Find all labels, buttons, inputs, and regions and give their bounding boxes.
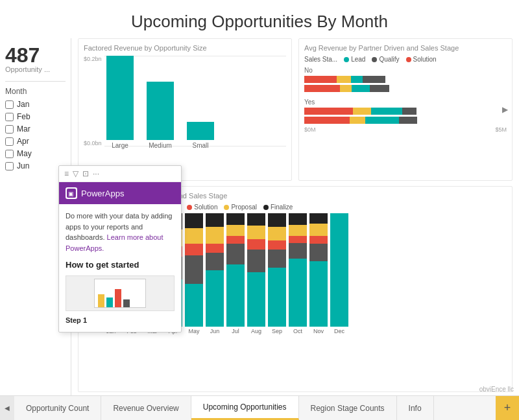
month-x-label: Jun <box>206 328 224 334</box>
stacked-segment <box>289 259 307 327</box>
legend-dot-qualify <box>372 57 377 62</box>
tab-prev-btn[interactable]: ◀ <box>0 396 14 420</box>
stacked-segment <box>289 213 307 225</box>
bar-column: Large <box>106 56 134 149</box>
bar-rect <box>147 82 174 140</box>
powerapps-icon: ▣ <box>66 187 77 199</box>
month-checkbox[interactable] <box>5 125 14 134</box>
powerapps-body: Do more with your data by adding apps to… <box>59 204 181 332</box>
bar-segment <box>402 108 416 115</box>
month-item: Apr <box>5 137 66 146</box>
stacked-segment <box>268 250 286 268</box>
bar-label: Small <box>192 142 208 149</box>
filter-icon[interactable]: ▽ <box>73 169 78 178</box>
stacked-bar-column <box>185 213 203 327</box>
factored-revenue-chart: Factored Revenue by Opportunity Size $0.… <box>78 38 292 181</box>
month-x-label: Oct <box>289 328 307 334</box>
bar-rect <box>106 56 134 140</box>
bar-column: Small <box>187 122 214 149</box>
how-to-title: How to get started <box>66 259 175 272</box>
yes-label: Yes <box>304 99 507 106</box>
thumb-bar3 <box>115 289 121 307</box>
frame-icon[interactable]: ⊡ <box>82 169 89 178</box>
legend-dot <box>263 205 269 210</box>
popup-toolbar: ≡ ▽ ⊡ ··· <box>59 166 181 182</box>
more-icon[interactable]: ··· <box>93 169 99 178</box>
bar-segment <box>304 76 337 83</box>
tab-item[interactable]: Region Stage Counts <box>299 396 397 420</box>
bar-segment <box>365 117 399 124</box>
factored-revenue-title: Factored Revenue by Opportunity Size <box>84 44 286 52</box>
stacked-segment <box>206 244 224 253</box>
stacked-segment <box>247 239 265 250</box>
stacked-segment <box>247 226 265 239</box>
month-label: Jan <box>17 100 29 109</box>
tab-item[interactable]: Opportunity Count <box>14 396 101 420</box>
stacked-bar-column <box>289 213 307 327</box>
stacked-segment <box>185 244 203 255</box>
month-x-label: May <box>185 328 203 334</box>
legend-dot-lead <box>344 57 349 62</box>
stacked-segment <box>330 213 348 327</box>
month-checkbox[interactable] <box>5 137 14 146</box>
legend-dot <box>187 205 192 210</box>
tabs-container: Opportunity CountRevenue OverviewUpcomin… <box>14 396 434 420</box>
month-label: Apr <box>17 137 29 146</box>
month-label: Mar <box>17 124 30 134</box>
tab-item[interactable]: Revenue Overview <box>101 396 191 420</box>
tab-item[interactable]: Info <box>397 396 434 420</box>
thumb-bar2 <box>106 298 113 307</box>
stacked-bar-column <box>226 213 245 327</box>
month-x-label: Dec <box>330 328 348 334</box>
tab-add-btn[interactable]: + <box>496 396 519 420</box>
stacked-segment <box>289 236 307 243</box>
chart-arrow-icon[interactable]: ▶ <box>502 105 508 114</box>
legend-lead: Lead <box>344 56 365 63</box>
stacked-segment <box>309 224 328 236</box>
stacked-segment <box>309 236 328 244</box>
bar-segment <box>304 117 350 124</box>
no-group: No <box>304 67 507 92</box>
powerapps-popup: ≡ ▽ ⊡ ··· ▣ PowerApps Do more with your … <box>58 165 182 332</box>
month-x-label: Nov <box>309 328 328 334</box>
bar-segment <box>304 108 353 115</box>
stacked-segment <box>206 253 224 270</box>
x-axis-labels: $0M $5M <box>304 126 507 133</box>
revenue-bars: LargeMediumSmall <box>84 58 286 149</box>
bar-segment <box>350 117 365 124</box>
bar-segment <box>353 108 371 115</box>
stacked-segment <box>226 244 245 264</box>
bar-segment <box>370 85 389 92</box>
no-label: No <box>304 67 507 74</box>
top-charts-row: Factored Revenue by Opportunity Size $0.… <box>78 38 513 181</box>
month-checkbox[interactable] <box>5 150 14 158</box>
bar-column: Medium <box>147 82 174 149</box>
opportunity-label: Opportunity ... <box>5 65 66 73</box>
step-label: Step 1 <box>66 315 175 326</box>
menu-icon[interactable]: ≡ <box>64 169 69 178</box>
stacked-segment <box>268 268 286 327</box>
no-bar-2 <box>304 85 507 92</box>
stacked-segment <box>226 236 245 244</box>
legend-qualify: Qualify <box>372 56 399 63</box>
month-checkbox[interactable] <box>5 113 14 121</box>
month-checkbox[interactable] <box>5 162 14 170</box>
bar-segment <box>371 108 402 115</box>
stacked-segment <box>247 213 265 226</box>
stacked-segment <box>226 213 245 225</box>
page-title: Upcoming Opportunities By Month <box>0 0 519 38</box>
tab-item[interactable]: Upcoming Opportunities <box>191 396 299 420</box>
month-checkbox[interactable] <box>5 100 14 109</box>
avg-revenue-title: Avg Revenue by Partner Driven and Sales … <box>304 44 507 52</box>
month-label: May <box>17 149 32 158</box>
stacked-segment <box>185 255 203 284</box>
bar-segment <box>337 76 351 83</box>
stacked-bar-column <box>309 213 328 327</box>
bar-segment <box>363 76 385 83</box>
stacked-segment <box>309 261 328 327</box>
stacked-segment <box>289 243 307 259</box>
yes-bar-2 <box>304 117 507 124</box>
yes-bars <box>304 108 507 124</box>
bottom-tabs: ◀ Opportunity CountRevenue OverviewUpcom… <box>0 395 519 420</box>
month-x-label: Aug <box>247 328 265 334</box>
